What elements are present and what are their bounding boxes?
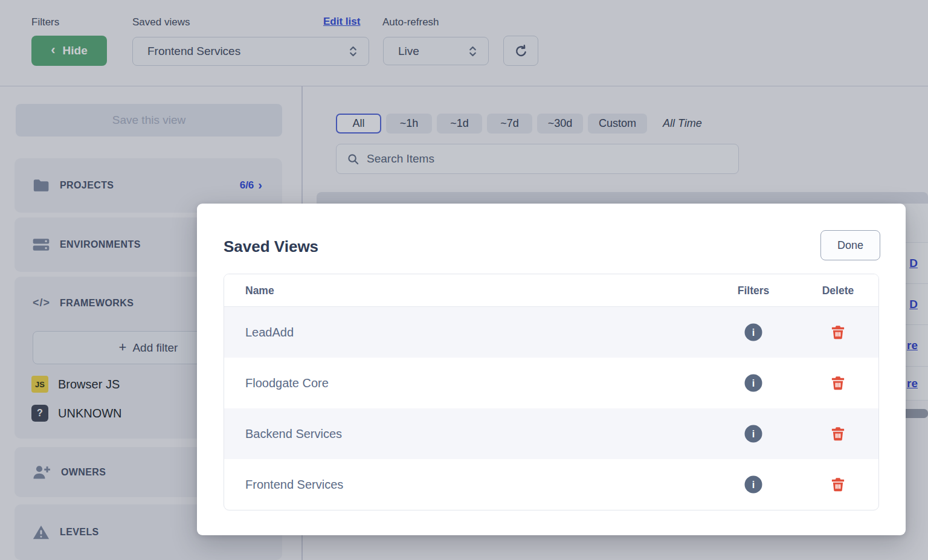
column-header-delete: Delete — [822, 284, 854, 297]
app-screen: Filters ‹ Hide Saved views Frontend Serv… — [0, 0, 928, 560]
column-header-filters: Filters — [738, 284, 770, 297]
info-icon[interactable]: i — [745, 476, 762, 494]
saved-view-name: Floodgate Core — [245, 376, 329, 390]
info-icon[interactable]: i — [745, 425, 762, 443]
trash-icon[interactable] — [832, 478, 845, 492]
saved-view-name: Frontend Services — [245, 478, 343, 492]
trash-icon[interactable] — [832, 427, 845, 441]
saved-view-name: Backend Services — [245, 427, 342, 441]
info-icon[interactable]: i — [745, 324, 762, 341]
table-row: LeadAdd i — [224, 307, 878, 358]
table-row: Floodgate Core i — [224, 358, 878, 408]
modal-title: Saved Views — [224, 237, 318, 256]
saved-views-modal: Saved Views Done Name Filters Delete Lea… — [197, 204, 906, 535]
column-header-name: Name — [245, 284, 274, 297]
table-row: Backend Services i — [224, 408, 878, 459]
done-button[interactable]: Done — [820, 230, 880, 260]
table-row: Frontend Services i — [224, 459, 878, 510]
info-icon[interactable]: i — [745, 375, 762, 392]
saved-views-table: Name Filters Delete LeadAdd i Floodgate … — [224, 274, 879, 510]
table-header-row: Name Filters Delete — [224, 274, 878, 307]
trash-icon[interactable] — [832, 326, 845, 340]
saved-view-name: LeadAdd — [245, 326, 294, 340]
trash-icon[interactable] — [832, 376, 845, 390]
